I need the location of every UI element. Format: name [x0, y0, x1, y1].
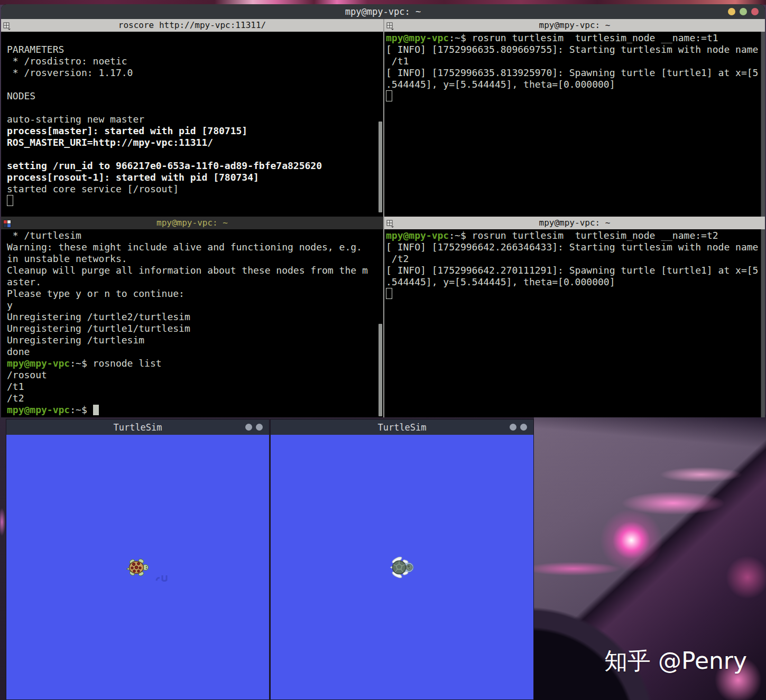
- window-dot-button[interactable]: [520, 424, 527, 431]
- terminal-line: * /turtlesim: [7, 230, 383, 241]
- terminal-line: /t2: [386, 253, 765, 265]
- watermark-text: 知乎 @Penry: [604, 646, 747, 677]
- pane-titlebar-turtle1[interactable]: mpy@mpy-vpc: ~: [384, 19, 765, 32]
- terminal-line: started core service [/rosout]: [7, 183, 383, 195]
- terminal-line: [7, 102, 383, 114]
- terminal-line: [ INFO] [1752996635.809669755]: Starting…: [386, 44, 765, 55]
- terminal-line: Unregistering /turtle2/turtlesim: [7, 311, 383, 323]
- pane-title: roscore http://mpy-vpc:11311/: [118, 20, 266, 30]
- canvas-artifact-mark: [155, 573, 169, 585]
- terminal-line: /t1: [386, 55, 765, 67]
- terminal-line: mpy@mpy-vpc:~$ rosnode list: [7, 358, 383, 369]
- terminal-turtle1[interactable]: mpy@mpy-vpc:~$ rosrun turtlesim turtlesi…: [384, 32, 765, 217]
- close-button[interactable]: [751, 8, 759, 15]
- pane-title: mpy@mpy-vpc: ~: [539, 218, 611, 228]
- terminal-line: .544445], y=[5.544445], theta=[0.000000]: [386, 276, 765, 288]
- window-title: mpy@mpy-vpc: ~: [345, 6, 421, 17]
- terminal-line: auto-starting new master: [7, 114, 383, 125]
- desktop: 知乎 @Penry mpy@mpy-vpc: ~ roscore http://…: [0, 0, 766, 700]
- turtlesim-titlebar[interactable]: TurtleSim: [271, 419, 533, 435]
- terminal-line: PARAMETERS: [7, 44, 383, 55]
- turtlesim-canvas-2: [271, 435, 533, 699]
- terminal-line: mpy@mpy-vpc:~$ rosrun turtlesim turtlesi…: [386, 230, 765, 241]
- pane-grid-icon-focused[interactable]: [3, 219, 11, 227]
- pane-grid-icon[interactable]: [3, 21, 11, 29]
- terminal-cursor: [93, 405, 99, 415]
- turtlesim-title: TurtleSim: [113, 422, 162, 433]
- pane-cleanup: mpy@mpy-vpc: ~ * /turtlesimWarning: thes…: [1, 217, 383, 417]
- maximize-button[interactable]: [740, 8, 747, 15]
- terminal-line: [ INFO] [1752996635.813925970]: Spawning…: [386, 67, 765, 79]
- terminal-line: process[master]: started with pid [78071…: [7, 125, 383, 137]
- terminal-line: Unregistering /turtle1/turtlesim: [7, 323, 383, 334]
- minimize-button[interactable]: [728, 8, 735, 15]
- terminal-line: * /rosdistro: noetic: [7, 55, 383, 67]
- terminal-line: Warning: these might include alive and f…: [7, 241, 383, 253]
- terminal-line: Please type y or n to continue:: [7, 288, 383, 300]
- terminal-line: ROS_MASTER_URI=http://mpy-vpc:11311/: [7, 137, 383, 148]
- terminal-line: /rosout: [7, 369, 383, 381]
- terminal-cleanup[interactable]: * /turtlesimWarning: these might include…: [1, 229, 383, 417]
- turtlesim-canvas-1: [6, 435, 269, 699]
- terminal-turtle2[interactable]: mpy@mpy-vpc:~$ rosrun turtlesim turtlesi…: [384, 229, 765, 417]
- pane-grid-icon[interactable]: [386, 21, 394, 29]
- pane-roscore: roscore http://mpy-vpc:11311/ PARAMETERS…: [1, 19, 383, 217]
- terminal-line: process[rosout-1]: started with pid [780…: [7, 172, 383, 183]
- terminal-line: setting /run_id to 966217e0-653a-11f0-ad…: [7, 160, 383, 172]
- terminal-cursor: [386, 90, 392, 101]
- turtlesim-window-1: TurtleSim: [6, 419, 270, 700]
- window-dot-button[interactable]: [245, 424, 252, 431]
- turtlesim-window-2: TurtleSim: [270, 419, 534, 700]
- wallpaper-art: 知乎 @Penry: [534, 415, 766, 700]
- pane-title: mpy@mpy-vpc: ~: [539, 20, 611, 30]
- pane-turtle1: mpy@mpy-vpc: ~ mpy@mpy-vpc:~$ rosrun tur…: [384, 19, 765, 217]
- turtle2-sprite: [389, 556, 414, 581]
- terminal-line: mpy@mpy-vpc:~$ rosrun turtlesim turtlesi…: [386, 32, 765, 44]
- terminal-line: in unstable networks.: [7, 253, 383, 265]
- scrollbar-track[interactable]: [761, 229, 765, 417]
- terminal-cursor: [7, 195, 13, 206]
- scrollbar-handle[interactable]: [379, 324, 382, 416]
- terminal-roscore[interactable]: PARAMETERS * /rosdistro: noetic * /rosve…: [1, 32, 383, 217]
- terminal-line: [7, 79, 383, 90]
- pane-titlebar-roscore[interactable]: roscore http://mpy-vpc:11311/: [1, 19, 383, 32]
- turtlesim-titlebar[interactable]: TurtleSim: [6, 419, 269, 435]
- terminal-line: y: [7, 300, 383, 311]
- terminal-line: /t1: [7, 381, 383, 393]
- terminal-line: [386, 288, 765, 300]
- terminal-line: aster.: [7, 276, 383, 288]
- terminal-line: done: [7, 346, 383, 358]
- scrollbar-track[interactable]: [761, 32, 765, 217]
- scrollbar-handle[interactable]: [379, 122, 382, 212]
- terminal-line: [7, 195, 383, 207]
- terminal-cursor: [386, 288, 392, 299]
- pane-grid-icon[interactable]: [386, 219, 394, 227]
- terminal-line: * /rosversion: 1.17.0: [7, 67, 383, 79]
- turtle1-sprite: [126, 557, 149, 580]
- pane-turtle2: mpy@mpy-vpc: ~ mpy@mpy-vpc:~$ rosrun tur…: [384, 217, 765, 417]
- terminal-line: [ INFO] [1752996642.266346433]: Starting…: [386, 241, 765, 253]
- terminal-line: Unregistering /turtlesim: [7, 334, 383, 346]
- terminator-window: mpy@mpy-vpc: ~ roscore http://mpy-vpc:11…: [1, 4, 765, 417]
- terminal-line: Cleanup will purge all information about…: [7, 265, 383, 276]
- terminal-line: [386, 90, 765, 102]
- turtlesim-title: TurtleSim: [377, 422, 426, 433]
- window-titlebar[interactable]: mpy@mpy-vpc: ~: [1, 4, 765, 19]
- window-dot-button[interactable]: [256, 424, 263, 431]
- terminal-line: NODES: [7, 90, 383, 102]
- terminal-line: mpy@mpy-vpc:~$: [7, 404, 383, 416]
- window-dot-button[interactable]: [510, 424, 516, 431]
- terminal-line: [ INFO] [1752996642.270111291]: Spawning…: [386, 265, 765, 276]
- terminal-line: /t2: [7, 393, 383, 404]
- pane-divider[interactable]: [383, 19, 384, 417]
- pane-titlebar-turtle2[interactable]: mpy@mpy-vpc: ~: [384, 217, 765, 229]
- pane-titlebar-cleanup[interactable]: mpy@mpy-vpc: ~: [1, 217, 383, 229]
- terminal-line: [7, 148, 383, 160]
- terminal-line: .544445], y=[5.544445], theta=[0.000000]: [386, 79, 765, 90]
- pane-title: mpy@mpy-vpc: ~: [156, 218, 228, 228]
- terminal-line: [7, 32, 383, 44]
